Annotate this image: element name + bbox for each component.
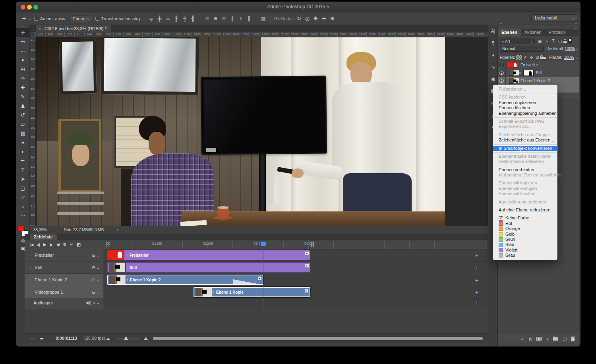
audio-track-icons[interactable]: ◀)) ♫ ⌄ xyxy=(85,300,100,305)
tool-marquee-tool[interactable]: ▭ xyxy=(16,37,30,46)
tool-crop-tool[interactable]: ⊞ xyxy=(16,65,30,74)
track-chevron-icon[interactable]: › xyxy=(30,290,31,294)
tool-gradient-tool[interactable]: ▨ xyxy=(16,129,30,138)
timeline-clip[interactable]: ›Freisteller▸ xyxy=(107,250,310,260)
align-bottom-icon[interactable]: ╧ xyxy=(164,15,172,23)
canvas[interactable] xyxy=(35,37,488,226)
clip-chevron-icon[interactable]: › xyxy=(127,278,128,282)
timeline-ruler[interactable]: 0001:00f02:00f03:00f04:00f xyxy=(104,240,488,249)
paths-panel-icon[interactable]: ∿ xyxy=(488,61,498,73)
tool-pen-tool[interactable]: ✒ xyxy=(16,156,30,165)
track-chevron-icon[interactable]: › xyxy=(30,253,31,258)
export-arrow-icon[interactable]: ➦ xyxy=(40,336,44,341)
menu-item[interactable]: Orange xyxy=(493,226,557,231)
menu-item[interactable]: ✕Keine Farbe xyxy=(493,215,557,221)
menu-item[interactable]: Ebenenmaske deaktivieren xyxy=(493,154,557,159)
filter-type-layers-icon[interactable]: T xyxy=(550,39,557,43)
track-header[interactable]: ›Still⊟ ⌄ xyxy=(25,261,103,274)
timeline-clip[interactable]: ›Ebene 1 Kopie▸ xyxy=(194,287,310,297)
menu-item[interactable]: Violett xyxy=(493,248,557,253)
track-chevron-icon[interactable]: › xyxy=(30,278,31,282)
clip-menu-badge[interactable]: ▸ xyxy=(305,252,309,255)
swatches-panel-icon[interactable]: ◉ xyxy=(488,73,498,85)
track-header[interactable]: ›Videogruppe 1⊟ ⌄ xyxy=(25,286,103,298)
first-frame-button[interactable]: |◀ xyxy=(30,243,33,247)
tool-quick-selection-tool[interactable]: ✦ xyxy=(16,56,30,65)
lock-artboard-icon[interactable]: ⊡ xyxy=(534,55,540,60)
zoom-out-icon[interactable] xyxy=(106,338,110,340)
foreground-color-chip[interactable] xyxy=(18,226,24,231)
menu-item[interactable]: Grau xyxy=(493,253,557,258)
clip-chevron-icon[interactable]: › xyxy=(126,265,128,269)
visibility-off-box[interactable] xyxy=(499,63,504,67)
close-window-button[interactable] xyxy=(21,5,25,10)
visibility-cell[interactable] xyxy=(498,69,506,77)
timeline-scrollbar[interactable] xyxy=(153,337,483,340)
filter-shape-layers-icon[interactable]: ▢ xyxy=(557,39,563,43)
collapse-tools-icon[interactable]: » xyxy=(16,25,29,28)
new-group-icon[interactable] xyxy=(553,337,558,341)
transform-controls-checkbox[interactable] xyxy=(95,17,99,21)
align-left-icon[interactable]: ╟ xyxy=(172,15,180,23)
tool-healing-brush-tool[interactable]: ✚ xyxy=(16,83,30,92)
menu-item[interactable]: Blau xyxy=(493,242,557,247)
zoom-in-icon[interactable] xyxy=(144,337,148,340)
visibility-cell[interactable] xyxy=(498,61,506,69)
tool-clone-stamp-tool[interactable]: ♟ xyxy=(16,101,30,110)
tool-history-brush-tool[interactable]: ↺ xyxy=(16,110,30,120)
playhead[interactable] xyxy=(260,241,266,246)
work-area-bracket[interactable] xyxy=(106,242,108,247)
track-chevron-icon[interactable]: › xyxy=(30,265,31,270)
3d-scale-icon[interactable]: ⊕ xyxy=(328,15,337,23)
lock-all-icon[interactable] xyxy=(540,57,546,59)
eye-icon[interactable] xyxy=(499,79,504,83)
eye-icon[interactable] xyxy=(499,72,504,75)
play-button[interactable]: ▶ xyxy=(43,242,46,247)
layer-thumbnail[interactable] xyxy=(509,70,519,76)
layer-style-icon[interactable]: fx xyxy=(529,337,532,341)
menu-item[interactable]: Ebenenstil kopieren xyxy=(493,180,557,186)
menu-item[interactable]: Zeichenfläche aus Gruppe... xyxy=(493,132,557,137)
timeline-zoom-thumb[interactable] xyxy=(124,336,128,340)
fill-caret-icon[interactable]: ⌄ xyxy=(575,55,579,60)
layer-thumbnail[interactable] xyxy=(509,78,519,84)
add-media-button[interactable]: + xyxy=(475,289,478,296)
filter-smart-objects-icon[interactable] xyxy=(563,41,567,43)
align-vcenter-icon[interactable]: ╪ xyxy=(155,15,164,23)
timeline-zoom-slider[interactable] xyxy=(116,339,139,339)
3d-slide-icon[interactable]: ✛ xyxy=(320,15,328,23)
clip-menu-badge[interactable]: ▸ xyxy=(305,264,309,267)
title-bar[interactable]: Adobe Photoshop CC 2015.5 xyxy=(16,2,581,12)
menu-item[interactable]: Verbundene Ebenen auswählen xyxy=(493,172,557,178)
tool-edit-toolbar[interactable]: ⋯ xyxy=(16,211,30,220)
expand-panels-icon[interactable]: » xyxy=(575,21,577,25)
timeline-clip[interactable]: ›Ebene 1 Kopie 2▸ xyxy=(107,275,263,285)
timeline-clip[interactable]: ›Still▸ xyxy=(107,262,310,273)
align-top-icon[interactable]: ╤ xyxy=(147,15,155,23)
audio-mute-button[interactable]: ◀ xyxy=(56,242,59,247)
tool-zoom-tool[interactable]: ⌕ xyxy=(16,202,30,211)
align-hcenter-icon[interactable]: ╫ xyxy=(180,15,189,23)
collapse-panels-icon[interactable]: « xyxy=(500,21,502,25)
tab-ebenen[interactable]: Ebenen xyxy=(498,29,521,36)
add-media-button[interactable]: + xyxy=(475,277,478,283)
align-right-icon[interactable]: ╢ xyxy=(189,15,197,23)
menu-item[interactable]: Ebenen löschen xyxy=(493,105,557,110)
tool-brush-tool[interactable]: ✎ xyxy=(16,92,30,101)
tool-preset-caret[interactable]: ⌄ xyxy=(28,17,31,21)
dist-hcenter-icon[interactable]: ‖ xyxy=(236,15,245,23)
menu-item[interactable]: Ebenenstil einfügen xyxy=(493,186,557,191)
menu-item[interactable]: Gelb xyxy=(493,232,557,237)
document-size[interactable]: Dok: 23,7 MB/80,0 MB xyxy=(64,228,104,232)
delete-layer-icon[interactable] xyxy=(571,337,575,341)
new-layer-icon[interactable]: ❏ xyxy=(563,336,567,341)
menu-item[interactable]: Ebenenstil löschen xyxy=(493,191,557,196)
menu-item[interactable]: In Smartobjekt konvertieren xyxy=(493,146,557,151)
timeline-settings-button[interactable]: ⚙ xyxy=(63,242,66,247)
tool-hand-tool[interactable]: ☞ xyxy=(16,193,30,202)
tool-preset-icon[interactable]: ✛ xyxy=(20,15,28,23)
menu-item[interactable]: Schnell-Export als PNG xyxy=(493,119,557,124)
dist-left-icon[interactable]: ∥ xyxy=(228,15,236,23)
dist-top-icon[interactable]: ≣ xyxy=(203,15,211,23)
tool-lasso-tool[interactable]: ∽ xyxy=(16,46,30,56)
